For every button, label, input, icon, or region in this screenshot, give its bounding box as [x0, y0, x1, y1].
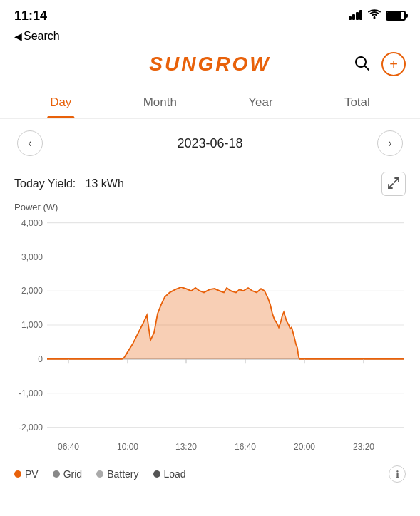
load-label: Load	[164, 468, 186, 480]
svg-rect-3	[359, 10, 362, 20]
chart-svg: 4,000 3,000 2,000 1,000 0 -1,000 -2,000	[11, 215, 409, 458]
next-arrow-icon: ›	[388, 137, 391, 150]
chart-legend: PV Grid Battery Load ℹ	[0, 458, 420, 490]
status-bar: 11:14	[0, 0, 420, 29]
yield-label: Today Yield: 13 kWh	[14, 177, 124, 190]
prev-date-button[interactable]: ‹	[17, 130, 43, 156]
svg-text:-1,000: -1,000	[19, 388, 43, 398]
svg-text:-2,000: -2,000	[19, 422, 43, 432]
legend-load: Load	[153, 468, 186, 480]
svg-rect-2	[356, 12, 359, 20]
svg-text:4,000: 4,000	[21, 218, 43, 228]
status-icons	[349, 9, 406, 22]
back-nav-label: Search	[24, 30, 60, 43]
expand-icon	[387, 177, 400, 192]
wifi-icon	[367, 9, 381, 22]
grid-dot	[53, 470, 60, 478]
legend-grid: Grid	[53, 468, 82, 480]
svg-text:10:00: 10:00	[117, 442, 138, 452]
app-header: SUNGROW +	[0, 47, 420, 83]
svg-rect-1	[352, 14, 355, 20]
back-navigation[interactable]: ◀ Search	[0, 29, 420, 47]
current-date: 2023-06-18	[177, 136, 242, 151]
battery-label: Battery	[107, 468, 138, 480]
svg-text:1,000: 1,000	[21, 320, 43, 330]
svg-text:06:40: 06:40	[58, 442, 79, 452]
tab-total[interactable]: Total	[333, 90, 381, 118]
prev-arrow-icon: ‹	[28, 137, 31, 150]
pv-label: PV	[25, 468, 39, 480]
yield-info: Today Yield: 13 kWh	[0, 167, 420, 202]
grid-label: Grid	[63, 468, 82, 480]
svg-line-6	[365, 66, 369, 70]
add-icon: +	[389, 56, 398, 73]
svg-text:20:00: 20:00	[294, 442, 315, 452]
date-navigation: ‹ 2023-06-18 ›	[0, 119, 420, 167]
back-arrow-icon: ◀	[14, 31, 22, 42]
svg-text:3,000: 3,000	[21, 252, 43, 262]
period-tabs: Day Month Year Total	[0, 83, 420, 119]
pv-dot	[14, 470, 21, 478]
battery-dot	[96, 470, 103, 478]
app-logo: SUNGROW	[149, 53, 270, 76]
battery-status-icon	[386, 11, 406, 21]
svg-text:2,000: 2,000	[21, 286, 43, 296]
svg-point-4	[374, 17, 376, 19]
legend-battery: Battery	[96, 468, 138, 480]
search-icon[interactable]	[353, 54, 370, 75]
legend-pv: PV	[14, 468, 39, 480]
svg-text:23:20: 23:20	[353, 442, 374, 452]
tab-month[interactable]: Month	[132, 90, 188, 118]
power-chart: 4,000 3,000 2,000 1,000 0 -1,000 -2,000	[11, 215, 409, 458]
status-time: 11:14	[14, 9, 47, 24]
svg-text:0: 0	[38, 354, 43, 364]
header-icons: +	[353, 52, 406, 76]
svg-text:16:40: 16:40	[235, 442, 256, 452]
info-icon: ℹ	[396, 469, 399, 480]
info-button[interactable]: ℹ	[389, 465, 406, 483]
signal-icon	[349, 10, 363, 22]
tab-day[interactable]: Day	[39, 90, 83, 118]
svg-rect-0	[349, 16, 352, 20]
svg-text:13:20: 13:20	[175, 442, 197, 452]
expand-button[interactable]	[381, 172, 406, 196]
tab-year[interactable]: Year	[237, 90, 284, 118]
y-axis-label: Power (W)	[11, 202, 409, 212]
add-button[interactable]: +	[381, 52, 406, 76]
chart-container: Power (W) 4,000 3,000 2,000 1,000 0 -1,0…	[0, 202, 420, 458]
next-date-button[interactable]: ›	[377, 130, 403, 156]
load-dot	[153, 470, 160, 478]
